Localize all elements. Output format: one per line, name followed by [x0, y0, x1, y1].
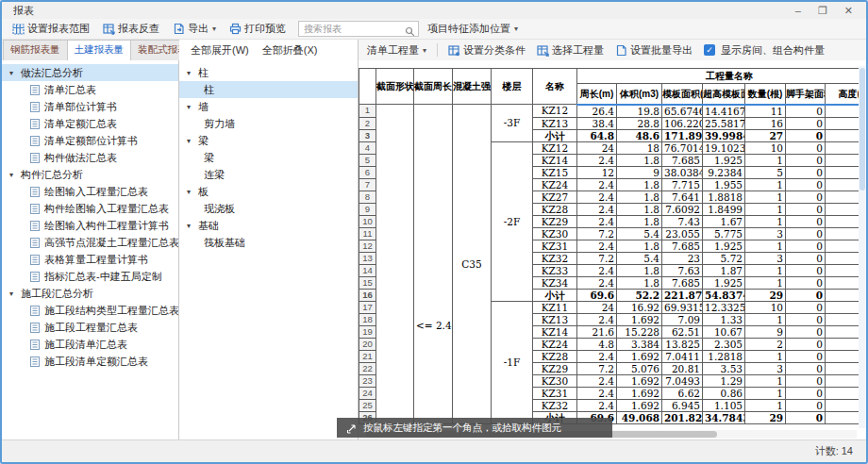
name-cell[interactable]: KZ14 — [533, 154, 577, 166]
value-cell[interactable]: 7.63 — [662, 264, 703, 276]
value-cell[interactable]: 1 — [745, 264, 786, 276]
tree-group-做法汇总分析[interactable]: ▾做法汇总分析 — [2, 64, 178, 81]
row-number[interactable]: 6 — [359, 166, 376, 178]
value-cell[interactable]: 49.068 — [617, 411, 662, 423]
print-preview-button[interactable]: 打印预览 — [225, 20, 291, 38]
value-cell[interactable]: 3.53 — [703, 362, 745, 374]
value-cell[interactable]: 1 — [745, 313, 786, 325]
value-cell[interactable]: 12 — [577, 166, 617, 178]
name-cell[interactable]: KZ24 — [533, 178, 577, 191]
report-reverse-check-button[interactable]: 报表反查 — [98, 20, 164, 38]
restore-button[interactable]: ❐ — [818, 6, 827, 15]
report-item-清单汇总表[interactable]: 清单汇总表 — [2, 81, 178, 98]
value-cell[interactable]: 0 — [786, 387, 826, 399]
value-cell[interactable]: 7.2 — [577, 252, 617, 264]
value-cell[interactable]: 1.692 — [617, 387, 662, 399]
set-report-scope-button[interactable]: 设置报表范围 — [8, 20, 94, 38]
report-item-构件做法汇总表[interactable]: 构件做法汇总表 — [2, 149, 178, 166]
tree-group-构件汇总分析[interactable]: ▾构件汇总分析 — [2, 166, 178, 183]
value-cell[interactable]: 1 — [745, 350, 786, 362]
row-number[interactable]: 12 — [359, 240, 376, 252]
value-cell[interactable]: 0 — [786, 264, 826, 276]
value-cell[interactable]: 7.2 — [577, 227, 617, 240]
value-cell[interactable]: 2.4 — [577, 240, 617, 252]
value-cell[interactable]: 7.685 — [662, 154, 703, 166]
name-cell[interactable]: 小计 — [533, 289, 577, 301]
tab-钢筋报表量[interactable]: 钢筋报表量 — [3, 40, 68, 60]
value-cell[interactable]: 6.945 — [662, 399, 703, 411]
value-cell[interactable]: 4.8 — [577, 338, 617, 350]
report-item-绘图输入构件工程量计算书[interactable]: 绘图输入构件工程量计算书 — [2, 217, 178, 234]
name-cell[interactable]: KZ27 — [533, 191, 577, 203]
section-perimeter-cell[interactable]: <= 2.4 — [414, 105, 453, 424]
value-cell[interactable]: 0 — [786, 154, 826, 166]
value-cell[interactable]: 13.825 — [662, 338, 703, 350]
value-cell[interactable]: 7.0493 — [662, 374, 703, 387]
name-cell[interactable]: KZ34 — [533, 276, 577, 289]
quantity-type-dropdown[interactable]: 清单工程量 ▾ — [362, 41, 431, 59]
row-number[interactable]: 15 — [359, 276, 376, 289]
search-icon[interactable] — [405, 24, 415, 34]
value-cell[interactable]: 5.076 — [617, 362, 662, 374]
value-cell[interactable]: 7.0411 — [662, 350, 703, 362]
value-cell[interactable]: 7.6092 — [662, 203, 703, 215]
value-cell[interactable]: 29 — [745, 411, 786, 423]
value-cell[interactable]: 1.33 — [703, 313, 745, 325]
value-cell[interactable]: 69.9315 — [662, 301, 703, 313]
value-cell[interactable]: 3 — [745, 252, 786, 264]
component-item-连梁[interactable]: 连梁 — [179, 166, 358, 183]
row-number[interactable]: 7 — [359, 178, 376, 191]
name-cell[interactable]: KZ28 — [533, 350, 577, 362]
value-cell[interactable]: 1.692 — [617, 350, 662, 362]
value-cell[interactable]: 3 — [745, 362, 786, 374]
floor-cell[interactable]: -1F — [492, 301, 533, 423]
value-cell[interactable]: 38.0384 — [662, 166, 703, 178]
floor-cell[interactable]: -2F — [492, 141, 533, 301]
value-cell[interactable]: 7.715 — [662, 178, 703, 191]
value-cell[interactable]: 1 — [745, 374, 786, 387]
row-number[interactable]: 3 — [359, 129, 376, 141]
value-cell[interactable]: 7.685 — [662, 240, 703, 252]
value-cell[interactable]: 5.4 — [617, 252, 662, 264]
value-cell[interactable]: 9 — [617, 166, 662, 178]
value-cell[interactable]: 1.8 — [617, 240, 662, 252]
value-cell[interactable]: 0.86 — [703, 387, 745, 399]
search-input[interactable] — [304, 24, 405, 34]
row-number[interactable]: 1 — [359, 105, 376, 118]
row-number[interactable]: 4 — [359, 141, 376, 154]
value-cell[interactable]: 1.87 — [703, 264, 745, 276]
value-cell[interactable]: 14.4167 — [703, 105, 745, 118]
component-item-柱[interactable]: 柱 — [179, 81, 358, 98]
row-number[interactable]: 8 — [359, 191, 376, 203]
value-cell[interactable]: 1 — [745, 387, 786, 399]
row-number[interactable]: 10 — [359, 215, 376, 227]
name-cell[interactable]: KZ29 — [533, 215, 577, 227]
name-cell[interactable]: KZ12 — [533, 105, 577, 118]
name-cell[interactable]: KZ12 — [533, 141, 577, 154]
value-cell[interactable]: 39.9984 — [703, 129, 745, 141]
value-cell[interactable]: 19.8 — [617, 105, 662, 118]
value-cell[interactable]: 9.2384 — [703, 166, 745, 178]
value-cell[interactable]: 0 — [786, 276, 826, 289]
value-cell[interactable]: 2.4 — [577, 387, 617, 399]
value-cell[interactable]: 1.8 — [617, 203, 662, 215]
value-cell[interactable]: 19.1023 — [703, 141, 745, 154]
name-cell[interactable]: KZ33 — [533, 264, 577, 276]
value-cell[interactable]: 24 — [577, 141, 617, 154]
value-cell[interactable]: 27 — [745, 129, 786, 141]
value-cell[interactable]: 2.4 — [577, 215, 617, 227]
value-cell[interactable]: 0 — [786, 178, 826, 191]
value-cell[interactable]: 2.4 — [577, 276, 617, 289]
value-cell[interactable]: 0 — [786, 141, 826, 154]
value-cell[interactable]: 0 — [786, 399, 826, 411]
value-cell[interactable]: 0 — [786, 289, 826, 301]
value-cell[interactable]: 0 — [786, 117, 826, 129]
value-cell[interactable]: 0 — [786, 301, 826, 313]
value-cell[interactable]: 9 — [745, 325, 786, 338]
component-item-筏板基础[interactable]: 筏板基础 — [179, 234, 358, 251]
row-number[interactable]: 22 — [359, 362, 376, 374]
report-item-高强节点混凝土工程量汇总表[interactable]: 高强节点混凝土工程量汇总表 — [2, 234, 178, 251]
name-cell[interactable]: KZ31 — [533, 240, 577, 252]
component-group-基础[interactable]: ▾基础 — [179, 217, 358, 234]
floor-cell[interactable]: -3F — [492, 105, 533, 142]
